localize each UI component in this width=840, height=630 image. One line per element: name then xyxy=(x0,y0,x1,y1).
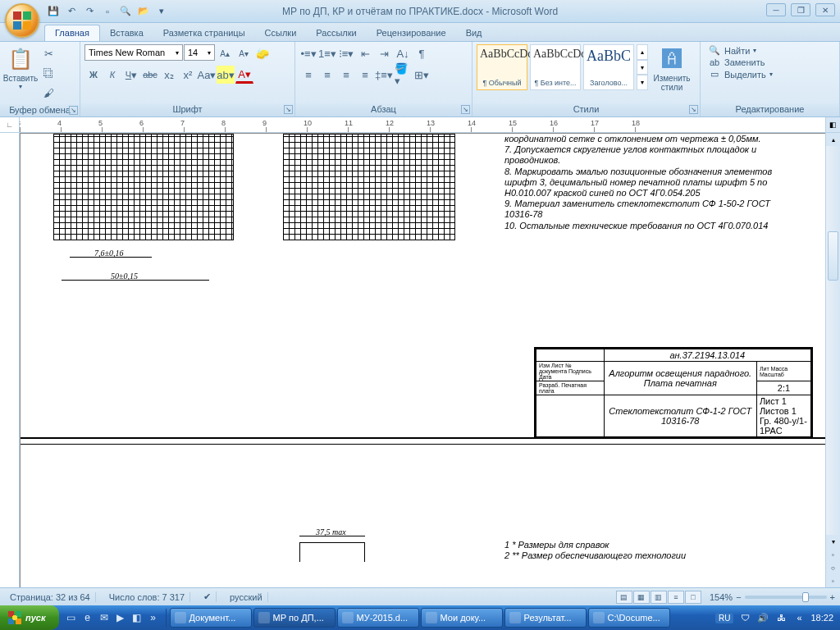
qat-save-icon[interactable]: 💾 xyxy=(46,4,61,19)
select-button[interactable]: ▭Выделить▾ xyxy=(705,68,835,80)
vertical-ruler[interactable] xyxy=(0,133,20,587)
zoom-slider[interactable] xyxy=(745,596,827,599)
italic-icon[interactable]: К xyxy=(103,66,121,84)
view-print-icon[interactable]: ▤ xyxy=(616,591,632,604)
horizontal-ruler[interactable] xyxy=(20,117,825,132)
bold-icon[interactable]: Ж xyxy=(84,66,103,84)
style-normal[interactable]: AaBbCcDd ¶ Обычный xyxy=(477,44,527,90)
browse-object-icon[interactable]: ○ xyxy=(826,561,840,574)
start-button[interactable]: пуск xyxy=(0,605,59,630)
superscript-icon[interactable]: x² xyxy=(179,66,197,84)
font-size-combo[interactable]: 14▾ xyxy=(184,44,215,61)
bullets-icon[interactable]: •≡▾ xyxy=(299,44,317,62)
zoom-in-icon[interactable]: + xyxy=(830,592,835,602)
tray-clock[interactable]: 18:22 xyxy=(810,613,833,623)
vertical-scrollbar[interactable]: ▴ ▾ ◦ ○ ◦ xyxy=(825,133,840,587)
tray-language[interactable]: RU xyxy=(715,613,733,623)
tab-home[interactable]: Главная xyxy=(44,25,100,41)
taskbar-task-5[interactable]: C:\Docume... xyxy=(588,608,670,628)
align-right-icon[interactable]: ≡ xyxy=(337,66,355,84)
qat-new-icon[interactable]: ▫ xyxy=(100,4,115,19)
scroll-down-icon[interactable]: ▾ xyxy=(826,535,840,548)
zoom-handle[interactable] xyxy=(802,592,809,602)
paste-button[interactable]: 📋 Вставить ▾ xyxy=(4,44,37,92)
view-outline-icon[interactable]: ≡ xyxy=(668,591,684,604)
change-case-icon[interactable]: Aa▾ xyxy=(198,66,216,84)
next-page-icon[interactable]: ◦ xyxy=(826,574,840,587)
styles-down-icon[interactable]: ▾ xyxy=(637,60,648,75)
close-button[interactable]: ✕ xyxy=(815,3,835,16)
ruler-toggle-icon[interactable]: ◧ xyxy=(825,117,840,132)
tray-volume-icon[interactable]: 🔊 xyxy=(756,611,769,624)
font-color-icon[interactable]: A▾ xyxy=(235,66,253,84)
view-web-icon[interactable]: ▥ xyxy=(651,591,667,604)
shading-icon[interactable]: 🪣▾ xyxy=(394,66,412,84)
minimize-button[interactable]: ─ xyxy=(766,3,786,16)
taskbar-task-2[interactable]: МУ-2015.d... xyxy=(337,608,419,628)
qat-undo-icon[interactable]: ↶ xyxy=(64,4,79,19)
subscript-icon[interactable]: x₂ xyxy=(160,66,178,84)
change-styles-button[interactable]: 🅰 Изменить стили xyxy=(651,44,693,94)
format-painter-icon[interactable]: 🖌 xyxy=(39,84,57,102)
styles-more-icon[interactable]: ▾ xyxy=(637,75,648,90)
zoom-out-icon[interactable]: − xyxy=(736,592,741,602)
justify-icon[interactable]: ≡ xyxy=(356,66,374,84)
copy-icon[interactable]: ⿻ xyxy=(39,64,57,82)
style-heading1[interactable]: AaBbC Заголово... xyxy=(583,44,634,90)
qat-preview-icon[interactable]: 🔍 xyxy=(118,4,133,19)
styles-launcher[interactable]: ↘ xyxy=(689,105,698,114)
qat-more-icon[interactable]: ▾ xyxy=(154,4,169,19)
multilevel-icon[interactable]: ⁝≡▾ xyxy=(337,44,355,62)
ql-more-icon[interactable]: » xyxy=(146,609,161,627)
taskbar-task-3[interactable]: Мои доку... xyxy=(421,608,503,628)
paragraph-launcher[interactable]: ↘ xyxy=(461,105,470,114)
tray-shield-icon[interactable]: 🛡 xyxy=(738,611,751,624)
zoom-level[interactable]: 154% xyxy=(710,592,733,602)
sort-icon[interactable]: A↓ xyxy=(394,44,412,62)
qat-open-icon[interactable]: 📂 xyxy=(136,4,151,19)
highlight-icon[interactable]: ab▾ xyxy=(217,66,235,84)
tab-selector[interactable]: ∟ xyxy=(0,117,20,132)
decrease-indent-icon[interactable]: ⇤ xyxy=(356,44,374,62)
font-name-combo[interactable]: Times New Roman▾ xyxy=(84,44,183,61)
numbering-icon[interactable]: 1≡▾ xyxy=(318,44,336,62)
tab-insert[interactable]: Вставка xyxy=(100,25,153,41)
scroll-thumb[interactable] xyxy=(828,231,838,281)
replace-button[interactable]: abЗаменить xyxy=(705,57,835,68)
tab-mailings[interactable]: Рассылки xyxy=(306,25,366,41)
show-marks-icon[interactable]: ¶ xyxy=(413,44,431,62)
clear-format-icon[interactable]: 🧽 xyxy=(253,44,272,62)
status-page[interactable]: Страница: 32 из 64 xyxy=(5,592,96,602)
taskbar-task-1[interactable]: МР по ДП,... xyxy=(253,608,336,628)
status-language[interactable]: русский xyxy=(225,592,267,602)
align-left-icon[interactable]: ≡ xyxy=(299,66,317,84)
font-launcher[interactable]: ↘ xyxy=(284,105,293,114)
status-words[interactable]: Число слов: 7 317 xyxy=(104,592,190,602)
cut-icon[interactable]: ✂ xyxy=(39,44,57,62)
clipboard-launcher[interactable]: ↘ xyxy=(69,106,78,115)
view-draft-icon[interactable]: □ xyxy=(685,591,701,604)
borders-icon[interactable]: ⊞▾ xyxy=(413,66,431,84)
ql-desktop-icon[interactable]: ▭ xyxy=(64,609,79,627)
find-button[interactable]: 🔍Найти▾ xyxy=(705,44,835,57)
tab-references[interactable]: Ссылки xyxy=(255,25,307,41)
taskbar-task-0[interactable]: Документ... xyxy=(170,608,252,628)
status-proof-icon[interactable]: ✔ xyxy=(199,591,217,602)
line-spacing-icon[interactable]: ‡≡▾ xyxy=(375,66,393,84)
shrink-font-icon[interactable]: A▾ xyxy=(235,44,253,62)
tab-view[interactable]: Вид xyxy=(456,25,492,41)
qat-redo-icon[interactable]: ↷ xyxy=(82,4,97,19)
underline-icon[interactable]: Ч▾ xyxy=(122,66,140,84)
strike-icon[interactable]: abc xyxy=(141,66,159,84)
document-viewport[interactable]: 7,6±0,16 50±0,15 координатной сетке с от… xyxy=(20,133,825,587)
increase-indent-icon[interactable]: ⇥ xyxy=(375,44,393,62)
ql-app-icon[interactable]: ◧ xyxy=(130,609,144,627)
ql-ie-icon[interactable]: e xyxy=(80,609,95,627)
style-no-spacing[interactable]: AaBbCcDd ¶ Без инте... xyxy=(530,44,581,90)
tray-more-icon[interactable]: « xyxy=(792,611,806,624)
office-button[interactable] xyxy=(5,3,39,38)
tab-review[interactable]: Рецензирование xyxy=(367,25,456,41)
align-center-icon[interactable]: ≡ xyxy=(318,66,336,84)
scroll-up-icon[interactable]: ▴ xyxy=(826,133,840,146)
tray-network-icon[interactable]: 🖧 xyxy=(774,611,788,624)
